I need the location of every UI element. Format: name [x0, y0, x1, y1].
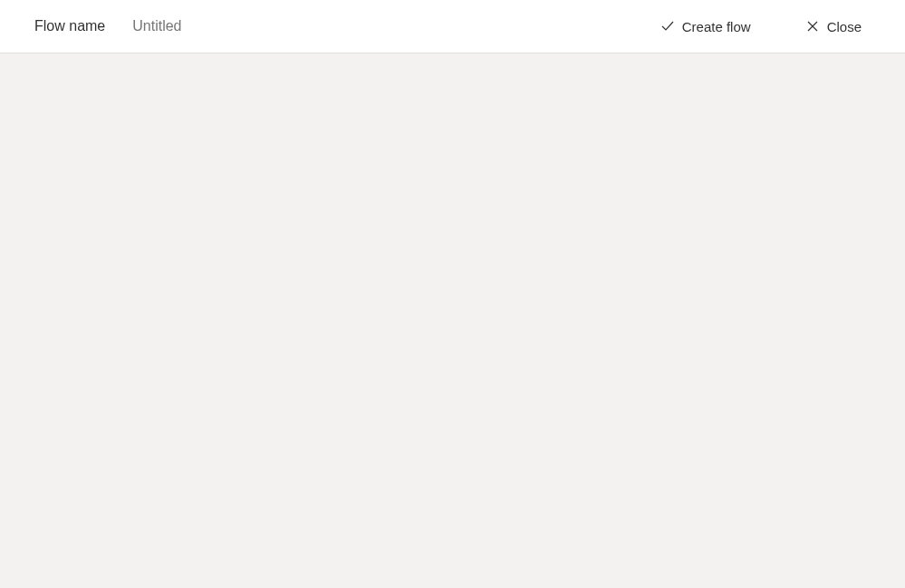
- checkmark-icon: [660, 19, 675, 34]
- flow-name-label: Flow name: [34, 18, 105, 34]
- close-icon: [805, 19, 820, 34]
- close-button[interactable]: Close: [796, 14, 871, 40]
- header-bar: Flow name Untitled Create flow Close: [0, 0, 905, 53]
- create-flow-button[interactable]: Create flow: [651, 14, 760, 40]
- flow-name-input[interactable]: Untitled: [132, 18, 181, 34]
